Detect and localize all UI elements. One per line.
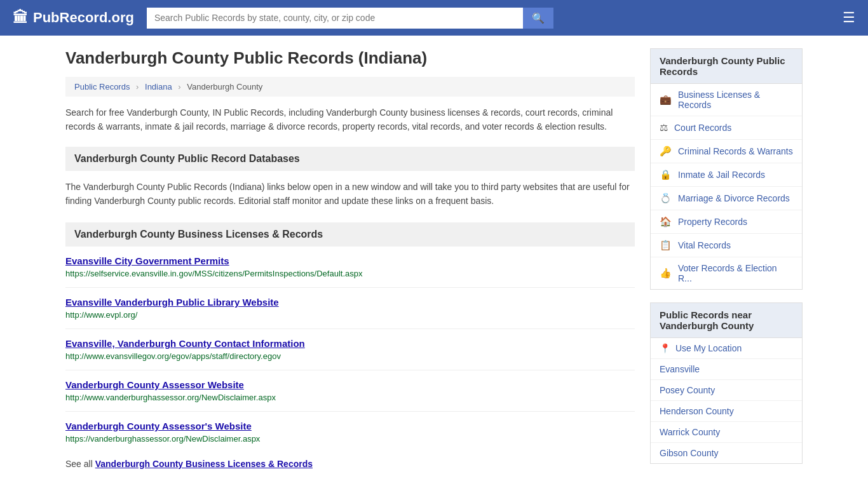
content-area: Vanderburgh County Public Records (India… bbox=[65, 48, 635, 477]
sidebar-item-label: Marriage & Divorce Records bbox=[678, 193, 790, 203]
logo-icon: 🏛 bbox=[13, 9, 28, 27]
nearby-item-label: Henderson County bbox=[660, 406, 734, 416]
search-button[interactable]: 🔍 bbox=[523, 8, 553, 29]
briefcase-icon: 💼 bbox=[660, 94, 672, 105]
scales-icon: ⚖ bbox=[660, 122, 668, 133]
see-all: See all Vanderburgh County Business Lice… bbox=[65, 452, 635, 469]
ring-icon: 💍 bbox=[660, 193, 672, 204]
main-container: Vanderburgh County Public Records (India… bbox=[53, 36, 815, 488]
sidebar-item-marriage[interactable]: 💍 Marriage & Divorce Records bbox=[651, 187, 802, 210]
record-title-0[interactable]: Evansville City Government Permits bbox=[65, 255, 635, 266]
logo[interactable]: 🏛 PubRecord.org bbox=[13, 9, 134, 27]
breadcrumb-sep-2: › bbox=[178, 82, 180, 92]
db-section-header: Vanderburgh County Public Record Databas… bbox=[65, 147, 635, 171]
breadcrumb-county: Vanderburgh County bbox=[187, 82, 262, 92]
breadcrumb-public-records[interactable]: Public Records bbox=[74, 82, 130, 92]
nearby-header: Public Records near Vanderburgh County bbox=[651, 303, 802, 338]
nearby-item-label: Use My Location bbox=[675, 343, 742, 353]
sidebar-item-court[interactable]: ⚖ Court Records bbox=[651, 116, 802, 140]
see-all-link[interactable]: Vanderburgh County Business Licenses & R… bbox=[95, 459, 313, 469]
header: 🏛 PubRecord.org 🔍 ☰ bbox=[0, 0, 868, 36]
sidebar-item-henderson[interactable]: Henderson County bbox=[651, 401, 802, 422]
record-entry: Evansville, Vanderburgh County Contact I… bbox=[65, 329, 635, 370]
db-description: The Vanderburgh County Public Records (I… bbox=[65, 171, 635, 217]
sidebar-public-records-box: Vanderburgh County Public Records 💼 Busi… bbox=[650, 48, 803, 290]
sidebar-item-vital[interactable]: 📋 Vital Records bbox=[651, 234, 802, 257]
record-entry: Evansville City Government Permits https… bbox=[65, 247, 635, 288]
lock-icon: 🔒 bbox=[660, 169, 672, 180]
record-url-0[interactable]: https://selfservice.evansville.in.gov/MS… bbox=[65, 269, 635, 278]
page-title: Vanderburgh County Public Records (India… bbox=[65, 48, 635, 68]
sidebar-item-voter[interactable]: 👍 Voter Records & Election R... bbox=[651, 257, 802, 289]
sidebar-item-use-location[interactable]: 📍 Use My Location bbox=[651, 338, 802, 359]
hamburger-button[interactable]: ☰ bbox=[843, 10, 855, 26]
nearby-item-label: Gibson County bbox=[660, 448, 719, 458]
sidebar-item-posey[interactable]: Posey County bbox=[651, 380, 802, 401]
sidebar-item-label: Vital Records bbox=[678, 240, 731, 250]
sidebar-item-label: Property Records bbox=[678, 217, 747, 227]
sidebar-item-gibson[interactable]: Gibson County bbox=[651, 443, 802, 463]
record-url-1[interactable]: http://www.evpl.org/ bbox=[65, 310, 635, 320]
record-entry: Vanderburgh County Assessor Website http… bbox=[65, 370, 635, 412]
breadcrumb-indiana[interactable]: Indiana bbox=[145, 82, 172, 92]
sidebar-item-label: Business Licenses & Records bbox=[678, 90, 793, 110]
sidebar-box-title: Vanderburgh County Public Records bbox=[651, 49, 802, 84]
business-section-header: Vanderburgh County Business Licenses & R… bbox=[65, 222, 635, 247]
record-title-4[interactable]: Vanderburgh County Assessor's Website bbox=[65, 421, 635, 431]
sidebar-item-inmate[interactable]: 🔒 Inmate & Jail Records bbox=[651, 163, 802, 187]
record-url-3[interactable]: http://www.vanderburghassessor.org/NewDi… bbox=[65, 393, 635, 402]
location-pin-icon: 📍 bbox=[660, 343, 670, 353]
record-title-3[interactable]: Vanderburgh County Assessor Website bbox=[65, 379, 635, 390]
record-entry: Vanderburgh County Assessor's Website ht… bbox=[65, 412, 635, 452]
sidebar-item-business[interactable]: 💼 Business Licenses & Records bbox=[651, 84, 802, 116]
nearby-item-label: Posey County bbox=[660, 385, 715, 395]
page-description: Search for free Vanderburgh County, IN P… bbox=[65, 105, 635, 134]
sidebar-item-label: Court Records bbox=[674, 123, 731, 133]
sidebar-item-label: Criminal Records & Warrants bbox=[678, 146, 793, 156]
key-icon: 🔑 bbox=[660, 146, 672, 157]
sidebar-item-evansville[interactable]: Evansville bbox=[651, 359, 802, 380]
search-bar: 🔍 bbox=[147, 8, 553, 29]
sidebar-item-criminal[interactable]: 🔑 Criminal Records & Warrants bbox=[651, 140, 802, 163]
sidebar-item-label: Voter Records & Election R... bbox=[678, 263, 793, 283]
record-url-4[interactable]: https://vanderburghassessor.org/NewDiscl… bbox=[65, 434, 635, 444]
record-url-2[interactable]: http://www.evansvillegov.org/egov/apps/s… bbox=[65, 351, 635, 361]
record-title-1[interactable]: Evansville Vanderburgh Public Library We… bbox=[65, 297, 635, 308]
house-icon: 🏠 bbox=[660, 216, 672, 227]
sidebar: Vanderburgh County Public Records 💼 Busi… bbox=[650, 48, 803, 477]
sidebar-item-property[interactable]: 🏠 Property Records bbox=[651, 210, 802, 234]
breadcrumb-sep-1: › bbox=[136, 82, 139, 92]
nearby-item-label: Warrick County bbox=[660, 427, 720, 437]
sidebar-nearby-box: Public Records near Vanderburgh County 📍… bbox=[650, 302, 803, 464]
records-list: Evansville City Government Permits https… bbox=[65, 247, 635, 452]
search-input[interactable] bbox=[147, 8, 523, 29]
clipboard-icon: 📋 bbox=[660, 240, 672, 251]
logo-text: PubRecord.org bbox=[33, 10, 134, 26]
record-title-2[interactable]: Evansville, Vanderburgh County Contact I… bbox=[65, 338, 635, 349]
breadcrumb: Public Records › Indiana › Vanderburgh C… bbox=[65, 77, 635, 97]
sidebar-item-warrick[interactable]: Warrick County bbox=[651, 422, 802, 443]
sidebar-item-label: Inmate & Jail Records bbox=[678, 170, 765, 180]
record-entry: Evansville Vanderburgh Public Library We… bbox=[65, 288, 635, 329]
nearby-item-label: Evansville bbox=[660, 364, 700, 374]
thumbsup-icon: 👍 bbox=[660, 268, 672, 279]
